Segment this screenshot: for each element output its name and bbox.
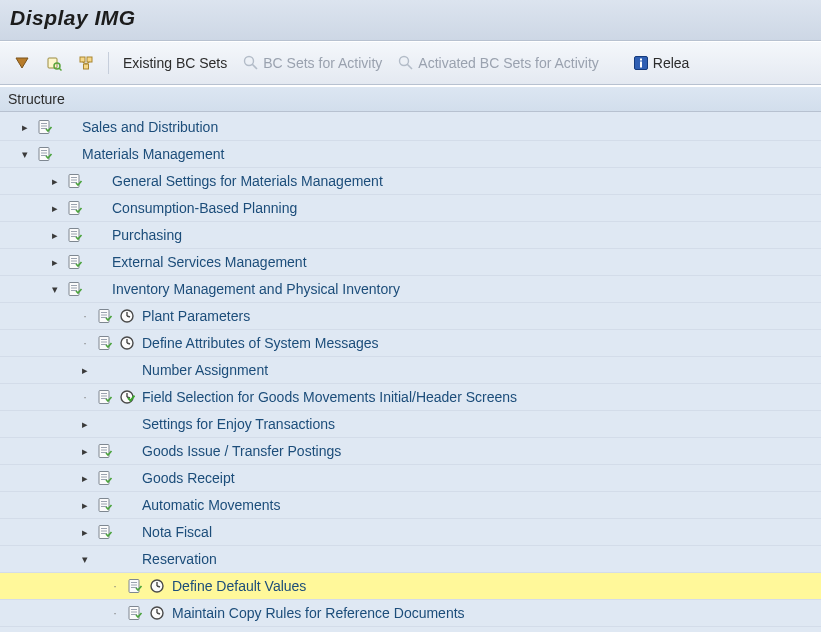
expand-icon[interactable] <box>48 202 62 215</box>
bullet-icon <box>78 391 92 403</box>
tree-node[interactable]: General Settings for Materials Managemen… <box>0 168 821 195</box>
svg-rect-5 <box>87 57 92 62</box>
find-button[interactable] <box>40 49 68 77</box>
collapse-icon[interactable] <box>18 148 32 161</box>
tree-node-label: Purchasing <box>108 227 182 243</box>
tree-node-label: Reservation <box>138 551 217 567</box>
tree-node-label: Plant Parameters <box>138 308 250 324</box>
tree-node[interactable]: Number Assignment <box>0 357 821 384</box>
img-activity-doc-icon[interactable] <box>64 227 86 243</box>
tree-node[interactable]: Maintain Copy Rules for Reference Docume… <box>0 600 821 627</box>
tree-node[interactable]: Set Dynamic Availability Check <box>0 627 821 632</box>
execute-activity-icon[interactable] <box>116 389 138 405</box>
svg-line-12 <box>407 64 412 69</box>
tree-node-label: Field Selection for Goods Movements Init… <box>138 389 517 405</box>
img-activity-doc-icon[interactable] <box>34 119 56 135</box>
execute-activity-icon[interactable] <box>146 605 168 621</box>
tree-node-label: Define Default Values <box>168 578 306 594</box>
svg-rect-6 <box>84 64 89 69</box>
toolbar-separator <box>108 52 109 74</box>
expand-icon[interactable] <box>48 229 62 242</box>
tree-node-label: Materials Management <box>78 146 224 162</box>
tree-node[interactable]: Field Selection for Goods Movements Init… <box>0 384 821 411</box>
bullet-icon <box>78 337 92 349</box>
img-activity-doc-icon[interactable] <box>94 335 116 351</box>
tree-node-label: Automatic Movements <box>138 497 281 513</box>
img-activity-doc-icon[interactable] <box>94 308 116 324</box>
tree-node[interactable]: Define Default Values <box>0 573 821 600</box>
bullet-icon <box>108 607 122 619</box>
tree-node[interactable]: Define Attributes of System Messages <box>0 330 821 357</box>
tree-node[interactable]: Sales and Distribution <box>0 114 821 141</box>
tree-node-label: General Settings for Materials Managemen… <box>108 173 383 189</box>
existing-bc-sets-label: Existing BC Sets <box>123 55 227 71</box>
img-activity-doc-icon[interactable] <box>64 173 86 189</box>
execute-activity-icon[interactable] <box>146 578 168 594</box>
expand-icon[interactable] <box>18 121 32 134</box>
release-notes-label: Relea <box>653 55 690 71</box>
tree-node[interactable]: Purchasing <box>0 222 821 249</box>
tree-node[interactable]: Goods Issue / Transfer Postings <box>0 438 821 465</box>
tree-node[interactable]: Goods Receipt <box>0 465 821 492</box>
collapse-icon[interactable] <box>48 283 62 296</box>
structure-header: Structure <box>0 86 821 112</box>
tree-node-label: Inventory Management and Physical Invent… <box>108 281 400 297</box>
expand-icon[interactable] <box>78 472 92 485</box>
expand-icon[interactable] <box>48 175 62 188</box>
img-activity-doc-icon[interactable] <box>94 389 116 405</box>
tree-node[interactable]: Plant Parameters <box>0 303 821 330</box>
expand-icon[interactable] <box>48 256 62 269</box>
page-title: Display IMG <box>10 6 136 29</box>
svg-rect-14 <box>640 59 642 61</box>
collapse-icon[interactable] <box>78 553 92 566</box>
img-activity-doc-icon[interactable] <box>64 200 86 216</box>
img-activity-doc-icon[interactable] <box>124 605 146 621</box>
expand-icon[interactable] <box>78 445 92 458</box>
img-activity-doc-icon[interactable] <box>94 443 116 459</box>
tree-node[interactable]: Consumption-Based Planning <box>0 195 821 222</box>
expand-icon[interactable] <box>78 499 92 512</box>
svg-line-3 <box>59 68 62 71</box>
svg-rect-15 <box>640 62 642 68</box>
tree-node-label: Define Attributes of System Messages <box>138 335 379 351</box>
release-notes-button[interactable]: Relea <box>627 49 696 77</box>
bullet-icon <box>108 580 122 592</box>
svg-line-10 <box>252 64 257 69</box>
img-activity-doc-icon[interactable] <box>94 470 116 486</box>
bc-sets-for-activity-label: BC Sets for Activity <box>263 55 382 71</box>
tree-node-label: Nota Fiscal <box>138 524 212 540</box>
where-used-button[interactable] <box>72 49 100 77</box>
img-activity-doc-icon[interactable] <box>64 254 86 270</box>
tree-node[interactable]: External Services Management <box>0 249 821 276</box>
tree-node[interactable]: Nota Fiscal <box>0 519 821 546</box>
expand-icon[interactable] <box>78 364 92 377</box>
svg-rect-4 <box>80 57 85 62</box>
bullet-icon <box>78 310 92 322</box>
expand-all-button[interactable] <box>8 49 36 77</box>
tree-node-label: Consumption-Based Planning <box>108 200 297 216</box>
tree-node[interactable]: Inventory Management and Physical Invent… <box>0 276 821 303</box>
tree-node[interactable]: Automatic Movements <box>0 492 821 519</box>
tree-node-label: Settings for Enjoy Transactions <box>138 416 335 432</box>
tree-node-label: External Services Management <box>108 254 307 270</box>
title-bar: Display IMG <box>0 0 821 41</box>
tree-node[interactable]: Settings for Enjoy Transactions <box>0 411 821 438</box>
tree-node-label: Goods Issue / Transfer Postings <box>138 443 341 459</box>
tree-node[interactable]: Materials Management <box>0 141 821 168</box>
activated-bc-sets-for-activity-button: Activated BC Sets for Activity <box>392 49 605 77</box>
svg-marker-0 <box>16 58 28 68</box>
expand-icon[interactable] <box>78 418 92 431</box>
img-activity-doc-icon[interactable] <box>94 497 116 513</box>
img-activity-doc-icon[interactable] <box>64 281 86 297</box>
img-activity-doc-icon[interactable] <box>94 524 116 540</box>
execute-activity-icon[interactable] <box>116 335 138 351</box>
tree-node-label: Number Assignment <box>138 362 268 378</box>
tree-node-label: Sales and Distribution <box>78 119 218 135</box>
expand-icon[interactable] <box>78 526 92 539</box>
execute-activity-icon[interactable] <box>116 308 138 324</box>
bc-sets-for-activity-button: BC Sets for Activity <box>237 49 388 77</box>
tree-node[interactable]: Reservation <box>0 546 821 573</box>
existing-bc-sets-button[interactable]: Existing BC Sets <box>117 49 233 77</box>
img-activity-doc-icon[interactable] <box>34 146 56 162</box>
img-activity-doc-icon[interactable] <box>124 578 146 594</box>
